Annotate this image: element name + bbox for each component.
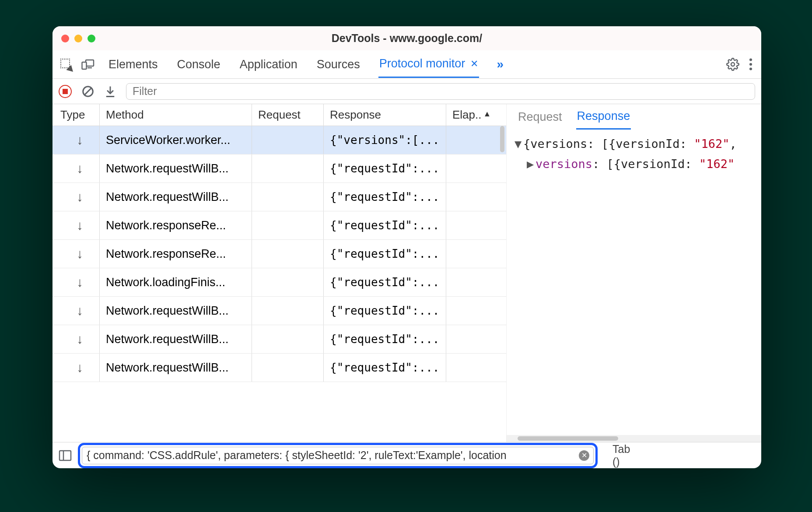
titlebar: DevTools - www.google.com/ (52, 26, 761, 50)
zoom-window-button[interactable] (88, 35, 95, 42)
more-tabs-icon[interactable]: » (497, 57, 504, 71)
table-row[interactable]: ↓ Network.requestWillB... {"requestId":.… (52, 297, 506, 325)
download-icon[interactable] (104, 85, 116, 98)
inspect-element-icon[interactable] (60, 59, 72, 70)
tree-line[interactable]: ▶versions: [{versionId: "162" (514, 154, 758, 174)
tab-protocol-label: Protocol monitor (379, 57, 466, 70)
cell-response: {"versions":[... (324, 126, 446, 154)
caret-down-icon[interactable]: ▼ (514, 134, 523, 154)
svg-line-8 (85, 88, 91, 95)
sort-ascending-icon: ▲ (483, 109, 491, 119)
response-tree[interactable]: ▼{versions: [{versionId: "162", ▶version… (507, 130, 761, 174)
svg-point-4 (749, 58, 752, 61)
minimize-window-button[interactable] (74, 35, 82, 42)
devtools-window: DevTools - www.google.com/ Elements Cons… (52, 26, 761, 468)
cell-method: ServiceWorker.worker... (100, 126, 252, 154)
status-tab-label: Tab () (612, 443, 630, 468)
cell-response: {"requestId":... (324, 211, 446, 239)
close-tab-icon[interactable]: ✕ (470, 58, 478, 70)
col-type-header[interactable]: Type (52, 104, 100, 126)
tab-response[interactable]: Response (576, 104, 631, 130)
cell-response: {"requestId":... (324, 183, 446, 211)
arrow-down-icon: ↓ (77, 218, 83, 233)
arrow-down-icon: ↓ (77, 360, 83, 375)
cell-method: Network.requestWillB... (100, 354, 252, 382)
svg-rect-10 (60, 451, 71, 460)
cell-method: Network.requestWillB... (100, 325, 252, 353)
toggle-drawer-icon[interactable] (59, 450, 72, 461)
tab-application[interactable]: Application (239, 52, 298, 77)
table-row[interactable]: ↓ Network.requestWillB... {"requestId":.… (52, 325, 506, 354)
statusbar: ✕ Tab () ▼ (52, 442, 761, 468)
arrow-down-icon: ↓ (77, 133, 83, 147)
svg-rect-2 (82, 62, 87, 69)
vertical-scrollbar[interactable] (499, 126, 505, 442)
cell-method: Network.requestWillB... (100, 183, 252, 211)
cell-response: {"requestId":... (324, 297, 446, 325)
tree-line[interactable]: ▼{versions: [{versionId: "162", (514, 134, 758, 154)
detail-panel: Request Response ▼{versions: [{versionId… (507, 104, 761, 442)
table-row[interactable]: ↓ Network.requestWillB... {"requestId":.… (52, 354, 506, 382)
arrow-down-icon: ↓ (77, 246, 83, 261)
cell-method: Network.requestWillB... (100, 154, 252, 182)
table-row[interactable]: ↓ ServiceWorker.worker... {"versions":[.… (52, 126, 506, 154)
traffic-lights (61, 35, 95, 42)
cell-method: Network.responseRe... (100, 240, 252, 268)
col-request-header[interactable]: Request (252, 104, 324, 126)
tab-protocol-monitor[interactable]: Protocol monitor ✕ (378, 51, 480, 78)
cell-method: Network.responseRe... (100, 211, 252, 239)
command-input[interactable] (82, 447, 594, 464)
horizontal-scrollbar[interactable] (507, 435, 761, 442)
tab-request[interactable]: Request (517, 105, 563, 129)
arrow-down-icon: ↓ (77, 189, 83, 204)
cell-response: {"requestId":... (324, 325, 446, 353)
col-response-header[interactable]: Response (324, 104, 446, 126)
arrow-down-icon: ↓ (77, 275, 83, 290)
arrow-down-icon: ↓ (77, 303, 83, 318)
table-row[interactable]: ↓ Network.responseRe... {"requestId":... (52, 240, 506, 268)
table-row[interactable]: ↓ Network.responseRe... {"requestId":... (52, 211, 506, 240)
cell-method: Network.loadingFinis... (100, 268, 252, 296)
arrow-down-icon: ↓ (77, 332, 83, 347)
table-row[interactable]: ↓ Network.requestWillB... {"requestId":.… (52, 154, 506, 183)
clear-icon[interactable] (81, 85, 94, 98)
svg-point-5 (749, 63, 752, 66)
cell-method: Network.requestWillB... (100, 297, 252, 325)
record-button[interactable] (59, 85, 72, 98)
tab-elements[interactable]: Elements (108, 52, 159, 77)
command-input-highlight: ✕ (78, 443, 598, 468)
table-row[interactable]: ↓ Network.loadingFinis... {"requestId":.… (52, 268, 506, 297)
cell-response: {"requestId":... (324, 268, 446, 296)
close-window-button[interactable] (61, 35, 69, 42)
arrow-down-icon: ↓ (77, 161, 83, 176)
tab-sources[interactable]: Sources (316, 52, 361, 77)
protocol-toolbar (52, 79, 761, 104)
content-panes: Type Method Request Response Elap..▲ ↓ S… (52, 104, 761, 442)
cell-response: {"requestId":... (324, 154, 446, 182)
filter-input[interactable] (126, 83, 755, 100)
table-header: Type Method Request Response Elap..▲ (52, 104, 506, 126)
clear-input-icon[interactable]: ✕ (579, 450, 589, 461)
table-body: ↓ ServiceWorker.worker... {"versions":[.… (52, 126, 506, 442)
detail-tabs: Request Response (507, 104, 761, 130)
caret-right-icon[interactable]: ▶ (527, 154, 536, 174)
svg-point-6 (749, 67, 752, 70)
cell-response: {"requestId":... (324, 354, 446, 382)
protocol-table: Type Method Request Response Elap..▲ ↓ S… (52, 104, 507, 442)
device-toolbar-icon[interactable] (81, 59, 94, 70)
col-elapsed-header[interactable]: Elap..▲ (446, 104, 506, 126)
tab-console[interactable]: Console (176, 52, 221, 77)
panel-tabbar: Elements Console Application Sources Pro… (52, 50, 761, 79)
col-method-header[interactable]: Method (100, 104, 252, 126)
cell-response: {"requestId":... (324, 240, 446, 268)
table-row[interactable]: ↓ Network.requestWillB... {"requestId":.… (52, 183, 506, 211)
svg-point-3 (731, 63, 735, 66)
kebab-menu-icon[interactable] (749, 58, 752, 70)
window-title: DevTools - www.google.com/ (52, 32, 761, 45)
settings-gear-icon[interactable] (726, 58, 739, 71)
